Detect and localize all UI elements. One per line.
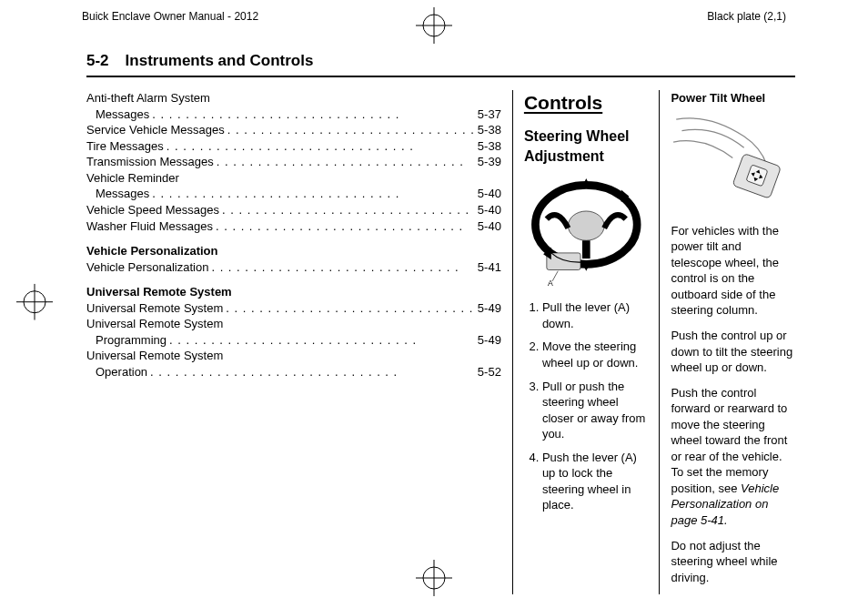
power-tilt-column: Power Tilt Wheel For vehicles	[660, 90, 795, 594]
toc-page-ref: 5-38	[478, 138, 501, 155]
toc-text: Universal Remote System	[86, 300, 223, 317]
manual-title: Buick Enclave Owner Manual - 2012	[82, 9, 258, 24]
toc-page-ref: 5-40	[478, 202, 501, 218]
toc-text: Messages	[96, 106, 149, 123]
toc-text: Operation	[96, 364, 147, 380]
toc-entry: Messages . . . . . . . . . . . . . . . .…	[86, 106, 501, 123]
steering-wheel-figure: A	[524, 174, 649, 291]
toc-entry: Transmission Messages . . . . . . . . . …	[86, 154, 501, 170]
toc-entry: Universal Remote System	[86, 348, 501, 364]
toc-leader-dots: . . . . . . . . . . . . . . . . . . . . …	[147, 364, 478, 380]
toc-leader-dots: . . . . . . . . . . . . . . . . . . . . …	[225, 122, 478, 138]
toc-page-ref: 5-49	[478, 300, 501, 317]
toc-entry: Programming . . . . . . . . . . . . . . …	[86, 332, 501, 349]
toc-text: Vehicle Speed Messages	[86, 202, 219, 218]
toc-leader-dots: . . . . . . . . . . . . . . . . . . . . …	[208, 259, 477, 276]
power-tilt-para-1: For vehicles with the power tilt and tel…	[671, 223, 795, 319]
subsection-heading-steering: Steering Wheel Adjustment	[524, 127, 649, 166]
step-item: Move the steering wheel up or down.	[542, 339, 649, 370]
plate-label: Black plate (2,1)	[707, 9, 786, 24]
controls-column: Controls Steering Wheel Adjustment	[513, 90, 661, 594]
toc-leader-dots: . . . . . . . . . . . . . . . . . . . . …	[214, 154, 478, 170]
chapter-title: Instruments and Controls	[126, 51, 314, 72]
toc-leader-dots: . . . . . . . . . . . . . . . . . . . . …	[164, 138, 478, 155]
toc-page-ref: 5-40	[478, 218, 501, 235]
toc-entry: Washer Fluid Messages . . . . . . . . . …	[86, 218, 501, 235]
power-tilt-para-3: Push the control forward or rearward to …	[671, 385, 795, 529]
toc-entry: Vehicle Personalization . . . . . . . . …	[86, 259, 501, 276]
crop-mark-left	[16, 284, 53, 325]
toc-leader-dots: . . . . . . . . . . . . . . . . . . . . …	[149, 186, 478, 202]
toc-column: Anti-theft Alarm SystemMessages . . . . …	[86, 90, 513, 594]
toc-text: Vehicle Personalization	[86, 259, 208, 276]
toc-text: Programming	[96, 332, 167, 349]
toc-text: Transmission Messages	[86, 154, 214, 170]
toc-page-ref: 5-52	[478, 364, 501, 380]
toc-entry: Service Vehicle Messages . . . . . . . .…	[86, 122, 501, 138]
svg-point-11	[568, 211, 604, 240]
step-item: Pull the lever (A) down.	[542, 299, 649, 331]
toc-page-ref: 5-40	[478, 186, 501, 202]
toc-text: Vehicle Reminder	[86, 170, 179, 187]
toc-group-heading: Vehicle Personalization	[86, 243, 501, 259]
section-heading-controls: Controls	[524, 90, 649, 116]
toc-leader-dots: . . . . . . . . . . . . . . . . . . . . …	[213, 218, 478, 235]
toc-text: Service Vehicle Messages	[86, 122, 225, 138]
toc-entry: Anti-theft Alarm System	[86, 90, 501, 106]
toc-entry: Vehicle Reminder	[86, 170, 501, 187]
crop-mark-bottom	[416, 560, 452, 601]
toc-page-ref: 5-41	[478, 259, 501, 276]
steps-list: Pull the lever (A) down.Move the steerin…	[524, 299, 649, 513]
toc-leader-dots: . . . . . . . . . . . . . . . . . . . . …	[167, 332, 478, 349]
toc-page-ref: 5-37	[478, 106, 501, 123]
crop-mark-top	[416, 7, 452, 44]
toc-leader-dots: . . . . . . . . . . . . . . . . . . . . …	[219, 202, 478, 218]
toc-text: Messages	[96, 186, 149, 202]
toc-entry: Universal Remote System	[86, 316, 501, 332]
step-item: Push the lever (A) up to lock the steeri…	[542, 450, 649, 513]
toc-page-ref: 5-39	[478, 154, 501, 170]
toc-text: Universal Remote System	[86, 316, 223, 332]
toc-group-heading: Universal Remote System	[86, 284, 501, 300]
toc-entry: Operation . . . . . . . . . . . . . . . …	[86, 364, 501, 380]
toc-entry: Universal Remote System . . . . . . . . …	[86, 300, 501, 317]
toc-leader-dots: . . . . . . . . . . . . . . . . . . . . …	[149, 106, 478, 123]
power-tilt-figure	[671, 114, 795, 214]
toc-page-ref: 5-38	[478, 122, 501, 138]
power-tilt-para-2: Push the control up or down to tilt the …	[671, 328, 795, 376]
toc-entry: Messages . . . . . . . . . . . . . . . .…	[86, 186, 501, 202]
step-item: Pull or push the steering wheel closer o…	[542, 379, 649, 442]
page-number: 5-2	[86, 51, 109, 72]
power-tilt-para-4: Do not adjust the steering wheel while d…	[671, 538, 795, 586]
toc-text: Universal Remote System	[86, 348, 223, 364]
svg-rect-12	[547, 253, 580, 270]
toc-page-ref: 5-49	[478, 332, 501, 349]
figure-label-a: A	[548, 279, 553, 287]
toc-entry: Vehicle Speed Messages . . . . . . . . .…	[86, 202, 501, 218]
power-tilt-heading: Power Tilt Wheel	[671, 90, 795, 106]
toc-text: Tire Messages	[86, 138, 164, 155]
toc-text: Anti-theft Alarm System	[86, 90, 210, 106]
page-title-row: 5-2 Instruments and Controls	[86, 51, 795, 77]
toc-leader-dots: . . . . . . . . . . . . . . . . . . . . …	[223, 300, 478, 317]
toc-text: Washer Fluid Messages	[86, 218, 213, 235]
toc-entry: Tire Messages . . . . . . . . . . . . . …	[86, 138, 501, 155]
